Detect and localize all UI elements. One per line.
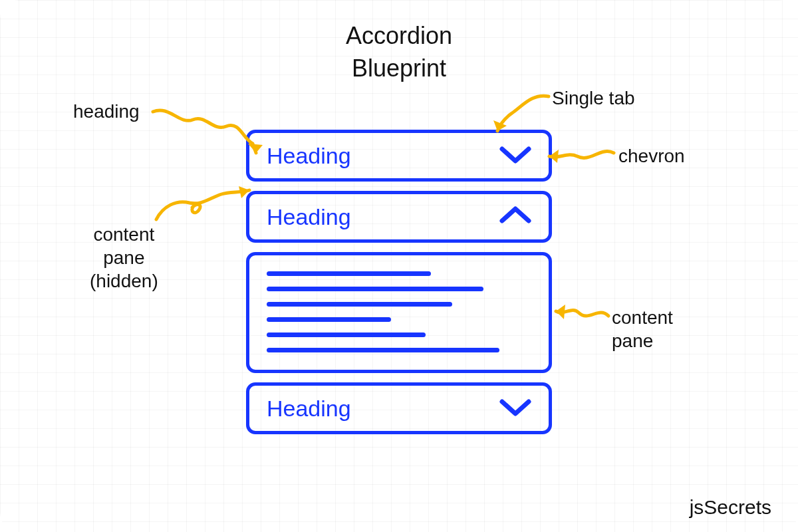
annotation-content-pane-hidden: content pane (hidden)	[90, 223, 158, 293]
annotation-heading: heading	[73, 100, 140, 123]
content-line	[267, 302, 452, 307]
chevron-down-icon	[499, 144, 531, 168]
arrow-icon	[552, 299, 625, 339]
arrow-icon	[150, 105, 269, 165]
accordion-tab[interactable]: Heading	[246, 382, 552, 434]
content-line	[267, 332, 426, 337]
chevron-up-icon	[499, 205, 531, 229]
arrow-icon	[492, 90, 565, 143]
arrow-icon	[544, 143, 624, 176]
content-line	[267, 287, 483, 291]
accordion-heading-label: Heading	[267, 204, 351, 230]
arrow-icon	[150, 186, 256, 233]
diagram-title: Accordion Blueprint	[0, 20, 798, 84]
content-line	[267, 271, 431, 276]
attribution: jsSecrets	[690, 496, 771, 519]
content-line	[267, 317, 391, 322]
accordion-heading-label: Heading	[267, 396, 351, 422]
accordion-content-pane	[246, 252, 552, 373]
accordion-blueprint: Heading Heading Heading	[246, 130, 552, 434]
chevron-down-icon	[499, 396, 531, 420]
annotation-chevron: chevron	[618, 144, 685, 168]
content-line	[267, 348, 499, 352]
accordion-heading-label: Heading	[267, 143, 351, 169]
accordion-tab[interactable]: Heading	[246, 191, 552, 243]
